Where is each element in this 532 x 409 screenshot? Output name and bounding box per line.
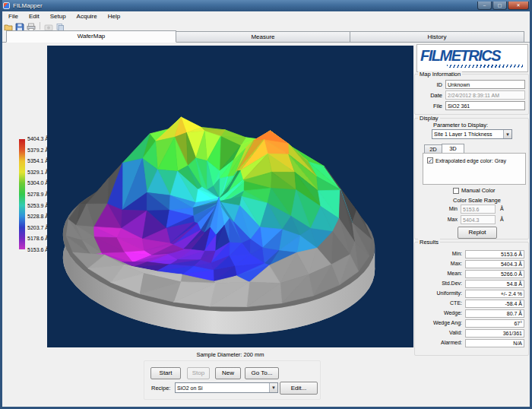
menu-acquire[interactable]: Acquire <box>71 13 103 20</box>
wafer-surface-canvas[interactable] <box>47 46 413 347</box>
menu-file[interactable]: File <box>3 13 24 20</box>
result-label: Alarmed: <box>416 340 462 345</box>
view-tab-panel: ✓ Extrapolated edge color: Gray <box>423 153 526 185</box>
minimize-icon: – <box>483 3 486 8</box>
result-label: Uniformity: <box>416 290 462 296</box>
window-title: FILMapper <box>13 2 43 9</box>
result-value: 80.7 Å <box>465 309 524 318</box>
filmetrics-logo-hatch <box>447 65 523 68</box>
tab-measure[interactable]: Measure <box>176 31 350 42</box>
print-icon[interactable] <box>27 21 36 30</box>
app-window: FILMapper – ▢ ✕ File Edit Setup Acquire … <box>0 0 532 409</box>
max-unit: Å <box>500 217 504 222</box>
wafer-map-3d-view[interactable] <box>47 46 413 347</box>
check-icon: ✓ <box>428 157 433 164</box>
copy-icon[interactable] <box>55 21 65 30</box>
filmetrics-logo: FILMETRICS <box>416 44 528 72</box>
color-scale-range-title: Color Scale Range <box>453 197 501 204</box>
result-value: +/- 2.4 % <box>465 290 524 298</box>
result-value: 5153.6 Å <box>465 250 524 258</box>
menu-edit[interactable]: Edit <box>24 13 45 20</box>
result-label: Min: <box>416 251 462 256</box>
result-label: Std.Dev: <box>416 281 462 286</box>
display-group: Display Parameter to Display: Site 1 Lay… <box>414 118 529 239</box>
date-label: Date <box>420 92 442 99</box>
recipe-label: Recipe: <box>151 385 170 392</box>
close-icon: ✕ <box>516 3 520 8</box>
toolbar-separator <box>40 22 40 30</box>
map-information-group: Map Information ID Date File <box>414 74 529 115</box>
result-value: 5266.0 Å <box>465 270 524 278</box>
legend-color-bar <box>19 139 25 249</box>
display-title: Display <box>418 115 440 122</box>
parameter-dropdown[interactable]: Site 1 Layer 1 Thickness ▼ <box>432 129 512 139</box>
id-field[interactable] <box>445 80 525 89</box>
tab-strip: WaferMap Measure History <box>0 30 532 43</box>
result-value: 54.8 Å <box>465 280 524 288</box>
result-label: Valid: <box>416 330 462 335</box>
result-label: Wedge Ang: <box>416 320 462 325</box>
title-bar: FILMapper – ▢ ✕ <box>0 0 532 11</box>
recipe-dropdown[interactable]: SiO2 on Si ▼ <box>175 382 278 393</box>
replot-button[interactable]: Replot <box>458 227 497 239</box>
menu-help[interactable]: Help <box>103 13 125 20</box>
id-label: ID <box>420 81 442 88</box>
result-label: Mean: <box>416 271 462 276</box>
go-to-button[interactable]: Go To... <box>245 367 279 379</box>
min-field <box>461 204 496 214</box>
date-field <box>445 90 525 100</box>
result-value: 361/361 <box>465 329 524 338</box>
chevron-down-icon[interactable]: ▼ <box>269 383 277 392</box>
start-button[interactable]: Start <box>150 367 181 379</box>
save-icon[interactable] <box>15 21 24 30</box>
camera-icon[interactable] <box>44 21 53 30</box>
parameter-to-display-label: Parameter to Display: <box>433 122 488 128</box>
result-label: CTE: <box>416 300 462 306</box>
file-label: File <box>420 103 442 109</box>
result-value: 67° <box>465 319 524 328</box>
result-label: Max: <box>416 261 462 266</box>
manual-color-label: Manual Color <box>461 187 496 194</box>
max-label: Max <box>447 217 458 222</box>
result-value: N/A <box>465 339 524 347</box>
parameter-value: Site 1 Layer 1 Thickness <box>432 132 503 137</box>
maximize-button[interactable]: ▢ <box>492 2 507 10</box>
app-icon <box>3 2 10 9</box>
map-information-title: Map Information <box>418 71 462 78</box>
toolbar <box>0 21 532 30</box>
recipe-value: SiO2 on Si <box>176 385 269 391</box>
new-button[interactable]: New <box>215 367 241 379</box>
min-unit: Å <box>500 206 504 211</box>
result-value: -58.4 Å <box>465 300 524 308</box>
tab-history[interactable]: History <box>350 31 524 42</box>
menu-setup[interactable]: Setup <box>45 13 71 20</box>
extrapolated-edge-checkbox[interactable]: ✓ <box>427 157 433 163</box>
stop-button[interactable]: Stop <box>187 367 210 379</box>
manual-color-checkbox[interactable] <box>453 188 459 194</box>
edit-button[interactable]: Edit... <box>280 382 318 395</box>
file-field[interactable] <box>445 101 525 110</box>
extrapolated-edge-label: Extrapolated edge color: Gray <box>435 158 506 163</box>
menu-bar: File Edit Setup Acquire Help <box>0 11 532 21</box>
results-title: Results <box>418 239 440 246</box>
min-label: Min <box>447 206 458 211</box>
close-button[interactable]: ✕ <box>508 2 529 10</box>
open-icon[interactable] <box>4 21 13 30</box>
maximize-icon: ▢ <box>498 3 502 8</box>
tab-wafermap[interactable]: WaferMap <box>6 30 176 43</box>
sample-diameter-caption: Sample Diameter: 200 mm <box>47 351 413 358</box>
max-field <box>461 215 496 224</box>
filmetrics-logo-text: FILMETRICS <box>420 47 524 65</box>
result-label: Wedge: <box>416 310 462 315</box>
results-group: Results Min:5153.6 Å Max:5404.3 Å Mean:5… <box>414 242 529 356</box>
result-value: 5404.3 Å <box>465 260 524 268</box>
minimize-button[interactable]: – <box>477 2 492 10</box>
chevron-down-icon[interactable]: ▼ <box>503 130 511 138</box>
